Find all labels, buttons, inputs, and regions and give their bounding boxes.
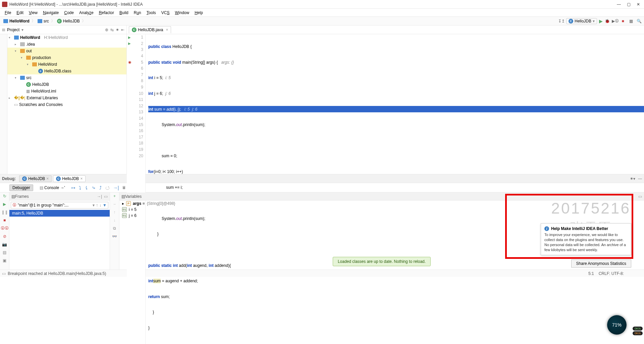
new-watch-icon[interactable]: + [113, 194, 116, 198]
pin-icon[interactable]: ▣ [3, 258, 6, 263]
step-out-icon[interactable]: ⤴ [99, 185, 102, 190]
step-into-icon[interactable]: ⤹ [85, 185, 89, 190]
force-step-into-icon[interactable]: ⤷ [92, 185, 96, 190]
variable-row[interactable]: 01j = 6 [119, 213, 644, 219]
title-bar: HelloWord [H:\HelloWord] - ...\src\Hello… [0, 0, 644, 9]
variables-side-toolbar: + − ↑ ↓ ⧉ 👓 [110, 192, 119, 270]
breadcrumb-src[interactable]: src [36, 19, 50, 23]
menu-bar: File Edit View Navigate Code Analyze Ref… [0, 9, 644, 17]
breakpoint-hit-icon[interactable]: ◉ [128, 60, 131, 64]
collapse-all-icon[interactable]: ⇆ [110, 27, 114, 32]
scroll-from-source-icon[interactable]: ⊕ [105, 27, 108, 32]
sync-icon[interactable]: ↧↥ [558, 19, 564, 23]
menu-view[interactable]: View [27, 10, 40, 16]
breadcrumb-root[interactable]: HelloWord [2, 19, 31, 23]
resume-icon[interactable]: ▶ [3, 202, 6, 207]
dump-icon[interactable]: 📷 [2, 242, 7, 247]
breakpoints-icon[interactable]: ⦿⦿ [1, 226, 9, 231]
run-button[interactable]: ▶ [599, 18, 603, 24]
rerun-icon[interactable]: ↻ [3, 194, 6, 198]
console-tab[interactable]: ▤ Console →' [37, 184, 68, 191]
menu-run[interactable]: Run [132, 10, 143, 16]
system-gauge: 71% [607, 315, 627, 335]
menu-edit[interactable]: Edit [14, 10, 25, 16]
close-tab-icon[interactable]: × [166, 27, 168, 32]
notification-popup: iHelp Make IntelliJ IDEA Better To impro… [541, 223, 631, 255]
debug-button[interactable]: 🐞 [605, 19, 610, 23]
run-to-cursor-icon[interactable]: →| [113, 185, 119, 190]
run-gutter-icon[interactable]: ▶ [128, 36, 131, 39]
close-button[interactable]: ✕ [637, 2, 640, 7]
folder-icon [32, 62, 37, 66]
menu-file[interactable]: File [3, 10, 13, 16]
debug-session-tab-active[interactable]: CHelloJDB× [53, 175, 86, 182]
stop-button[interactable]: ■ [620, 19, 626, 23]
class-icon: C [26, 82, 31, 87]
reload-toast: Loaded classes are up to date. Nothing t… [333, 257, 431, 266]
menu-analyze[interactable]: Analyze [77, 10, 96, 16]
prev-frame-icon[interactable]: →| [97, 194, 102, 199]
stop-icon[interactable]: ■ [3, 218, 6, 223]
net-down: 0K/s [633, 331, 643, 335]
show-execution-point-icon[interactable]: ↦ [71, 185, 75, 190]
search-icon[interactable]: 🔍 [636, 19, 642, 23]
minimize-button[interactable]: — [617, 2, 621, 7]
menu-code[interactable]: Code [62, 10, 76, 16]
project-tool-header[interactable]: ▤ Project▾ ⊕ ⇆ ✷ ⇤ [0, 25, 127, 34]
frames-panel: ▤ Frames→|▭ ⦿"main"@1 in group "main":..… [9, 192, 110, 270]
settings-icon[interactable]: ✷ [116, 27, 119, 32]
class-icon: C [132, 27, 137, 32]
pause-icon: ❚❚ [1, 210, 8, 215]
module-icon [14, 36, 19, 40]
variable-row[interactable]: 01i = 5 [119, 207, 644, 213]
menu-help[interactable]: Help [193, 10, 205, 16]
code-area[interactable]: public class HelloJDB { public static vo… [146, 34, 644, 344]
restore-icon[interactable]: ▭ [638, 194, 642, 199]
settings-icon[interactable]: ▤ [3, 250, 6, 255]
run-gutter-icon[interactable]: ▶ [128, 42, 131, 45]
run-config-selector[interactable]: CHelloJDB▾ [566, 18, 597, 24]
copy-icon[interactable]: ⧉ [113, 226, 116, 231]
project-tree[interactable]: ▾HelloWord H:\HelloWord ▸.idea ▾out ▾pro… [7, 34, 127, 174]
app-icon [2, 2, 7, 7]
info-icon: i [544, 226, 549, 231]
net-up: 0K/s [633, 327, 643, 331]
variables-panel: ▤ Variables▭ ▸Pargs = {String[0]@498} 01… [119, 192, 644, 270]
hide-icon[interactable]: ⇤ [121, 27, 124, 32]
debug-side-toolbar: ↻ ▶ ❚❚ ■ ⦿⦿ ⊘ 📷 ▤ ▣ [0, 192, 9, 270]
status-message: Breakpoint reached at HelloJDB.main(Hell… [8, 271, 106, 276]
src-folder-icon [20, 76, 25, 80]
menu-tools[interactable]: Tools [145, 10, 158, 16]
folder-icon [38, 19, 42, 23]
thread-selector[interactable]: ⦿"main"@1 in group "main":...▾↑↓▼ [11, 202, 108, 209]
frame-item[interactable]: main:5, HelloJDB [9, 210, 110, 217]
menu-window[interactable]: Window [173, 10, 191, 16]
debugger-tab[interactable]: Debugger [9, 184, 33, 191]
show-watches-icon[interactable]: 👓 [112, 234, 117, 239]
share-statistics-button[interactable]: Share Anonymous Statistics [571, 260, 631, 268]
variable-row[interactable]: ▸Pargs = {String[0]@498} [119, 200, 644, 207]
evaluate-icon[interactable]: 🖩 [122, 185, 126, 190]
menu-navigate[interactable]: Navigate [41, 10, 61, 16]
window-title: HelloWord [H:\HelloWord] - ...\src\Hello… [9, 2, 617, 7]
menu-vcs[interactable]: VCS [159, 10, 172, 16]
folder-icon [3, 19, 8, 23]
menu-build[interactable]: Build [117, 10, 130, 16]
coverage-button[interactable]: ▶⦿ [612, 19, 618, 23]
maximize-button[interactable]: ▢ [627, 2, 631, 7]
class-file-icon: c [38, 69, 43, 73]
folder-icon [26, 56, 31, 60]
editor[interactable]: ▶1 ▶2 3 4 ◉5 6 7 8 9 10 11 12 13 14 15 1… [127, 34, 644, 174]
breadcrumb-file[interactable]: CHelloJDB [56, 19, 81, 23]
filter-icon[interactable]: ▼ [103, 203, 107, 208]
editor-tab[interactable]: CHelloJDB.java× [129, 26, 171, 33]
restore-icon[interactable]: ▭ [104, 194, 108, 199]
mute-bp-icon[interactable]: ⊘ [3, 234, 6, 239]
layout-icon[interactable]: ▦ [628, 19, 634, 23]
debug-session-tab[interactable]: CHelloJDB× [19, 175, 52, 182]
editor-gutter[interactable]: ▶1 ▶2 3 4 ◉5 6 7 8 9 10 11 12 13 14 15 1… [127, 34, 146, 344]
config-icon: C [569, 19, 573, 23]
folder-icon [20, 42, 25, 46]
menu-refactor[interactable]: Refactor [97, 10, 116, 16]
step-over-icon[interactable]: ⤵ [79, 185, 81, 190]
